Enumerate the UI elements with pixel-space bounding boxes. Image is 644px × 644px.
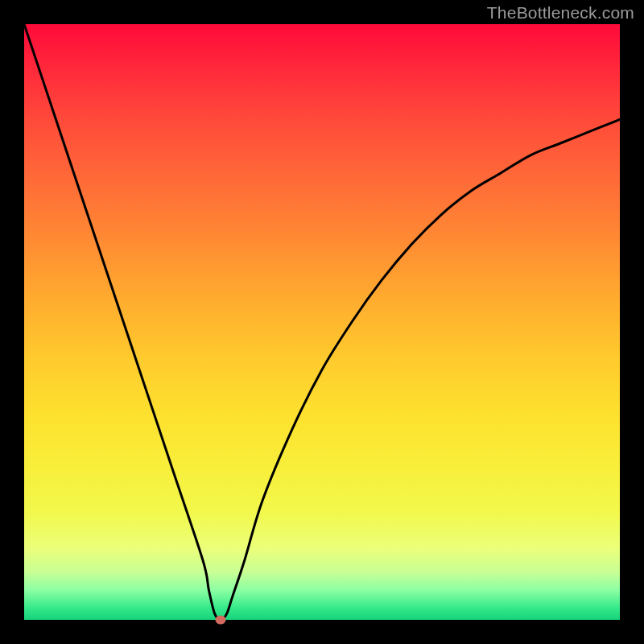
watermark-text: TheBottleneck.com (487, 3, 634, 23)
minimum-marker (216, 616, 226, 625)
chart-frame: TheBottleneck.com (0, 0, 644, 644)
bottleneck-curve (24, 24, 620, 620)
plot-area (24, 24, 620, 620)
curve-svg (24, 24, 620, 620)
